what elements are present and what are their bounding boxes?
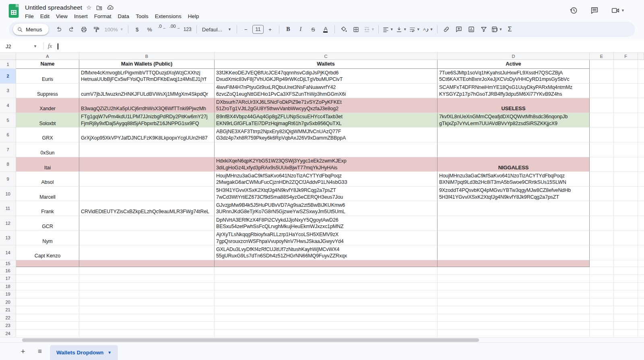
format-currency-button[interactable]: $ [131, 24, 143, 35]
fill-color-button[interactable] [338, 24, 350, 35]
row-header-13[interactable]: 13 [0, 231, 16, 246]
cell-C21[interactable] [215, 306, 438, 314]
cell-D17[interactable] [438, 275, 590, 283]
cell-D11[interactable] [438, 201, 590, 216]
borders-button[interactable] [350, 24, 362, 35]
cell-B3[interactable]: cumV7jbJLfwuzknZHNKJFULdBVWsXj1MMgXm4Skp… [79, 84, 215, 99]
column-header-C[interactable]: C [215, 53, 438, 60]
cell-A8[interactable]: Itai [16, 157, 79, 172]
menu-format[interactable]: Format [91, 12, 115, 20]
cell-E21[interactable] [590, 306, 614, 314]
cell-B2[interactable]: DfMxre4cKmvogbLrPigxmibVTTQDuzjdXojWzjCX… [79, 69, 215, 84]
row-header-18[interactable]: 18 [0, 283, 16, 291]
cell-C6[interactable]: ABGjNE3XAF3Ttrrp2NpxEry82iQigWMMJfvCnUAz… [215, 128, 438, 142]
horizontal-align-button[interactable]: ▼ [382, 24, 394, 35]
cell-B11[interactable]: CRVidEDtEUTYZisCxBZkpELzhQc9eauMLR3FWg74… [79, 201, 215, 216]
cell-B14[interactable] [79, 245, 215, 260]
cell-A6[interactable]: GRX [16, 128, 79, 142]
cell-C10[interactable]: 5H3f41YGvviXSxK2XtqfJg4N9kvfY8Jk9RCqg2a7… [215, 187, 438, 202]
cell-C17[interactable] [215, 275, 438, 283]
cell-F13[interactable] [614, 231, 638, 246]
format-percent-button[interactable]: % [144, 24, 156, 35]
cell-C5[interactable]: B9nfBX4Vbpz44GAq4Gp8gZFLUNpScsuEHYcc4Tax… [215, 113, 438, 128]
cell-B1[interactable]: Main Wallets (Public) [79, 60, 215, 69]
cell-A24[interactable] [16, 330, 79, 337]
font-size-input[interactable]: 11 [252, 25, 264, 34]
cell-D21[interactable] [438, 306, 590, 314]
comments-button[interactable] [590, 6, 599, 15]
row-header-8[interactable]: 8 [0, 157, 16, 172]
cell-F3[interactable] [614, 84, 638, 99]
formula-input-cursor[interactable] [58, 43, 58, 49]
cell-E1[interactable] [590, 60, 614, 69]
cell-B7[interactable] [79, 142, 215, 157]
cell-F12[interactable] [614, 216, 638, 231]
cell-D24[interactable] [438, 330, 590, 337]
row-header-19[interactable]: 19 [0, 290, 16, 298]
move-folder-icon[interactable] [96, 4, 103, 11]
cell-D20[interactable] [438, 298, 590, 307]
font-select[interactable]: Defaul...▼ [200, 27, 234, 33]
cell-D15[interactable] [438, 260, 590, 267]
cell-C1[interactable]: Wallets [215, 60, 438, 69]
cell-F8[interactable] [614, 157, 638, 172]
row-header-7[interactable]: 7 [0, 142, 16, 157]
cell-D14[interactable] [438, 245, 590, 260]
cell-C18[interactable] [215, 283, 438, 291]
cell-B24[interactable] [79, 330, 215, 337]
cell-E22[interactable] [590, 314, 614, 322]
row-header-1[interactable]: 1 [0, 60, 16, 69]
name-box[interactable]: J2 ▼ [6, 43, 39, 49]
cell-B19[interactable] [79, 290, 215, 298]
cell-C20[interactable] [215, 298, 438, 307]
insert-link-button[interactable] [440, 24, 452, 35]
increase-decimals-button[interactable]: .00→ [169, 24, 181, 35]
cell-E24[interactable] [590, 330, 614, 337]
cell-E19[interactable] [590, 290, 614, 298]
cell-E10[interactable] [590, 187, 614, 202]
cell-A16[interactable] [16, 267, 79, 275]
star-icon[interactable]: ☆ [86, 4, 91, 11]
cell-D12[interactable] [438, 216, 590, 231]
cell-A12[interactable]: GCR [16, 216, 79, 231]
cell-E16[interactable] [590, 267, 614, 275]
cell-B10[interactable] [79, 187, 215, 202]
sheet-tab-active[interactable]: Wallets Dropdown ▼ [50, 345, 118, 360]
row-header-24[interactable]: 24 [0, 330, 16, 337]
version-history-button[interactable] [569, 6, 578, 15]
insert-chart-button[interactable] [465, 24, 477, 35]
cell-E17[interactable] [590, 275, 614, 283]
cell-F11[interactable] [614, 201, 638, 216]
row-header-20[interactable]: 20 [0, 298, 16, 307]
cell-D4[interactable]: USELESS [438, 98, 590, 113]
cell-D23[interactable] [438, 322, 590, 330]
cell-C19[interactable] [215, 290, 438, 298]
cell-B18[interactable] [79, 283, 215, 291]
decrease-decimals-button[interactable]: .0← [156, 24, 168, 35]
cell-D22[interactable] [438, 314, 590, 322]
cell-D2[interactable]: 7Tue6SJMtp1soVq1hKyahstJuHxwFL9XsstH7QSC… [438, 69, 590, 84]
cell-A15[interactable] [16, 260, 79, 267]
menu-data[interactable]: Data [115, 12, 133, 20]
bold-button[interactable]: B [282, 24, 294, 35]
add-sheet-button[interactable]: + [16, 345, 30, 358]
cell-B15[interactable] [79, 260, 215, 267]
cell-F6[interactable] [614, 128, 638, 142]
print-button[interactable] [78, 24, 90, 35]
cell-C22[interactable] [215, 314, 438, 322]
cell-F20[interactable] [614, 298, 638, 307]
cell-D8[interactable]: NIGGALESS [438, 157, 590, 172]
row-header-22[interactable]: 22 [0, 314, 16, 322]
all-sheets-button[interactable]: ≡ [33, 345, 47, 358]
select-all-corner[interactable] [0, 53, 16, 60]
menu-file[interactable]: File [22, 12, 37, 20]
cell-F5[interactable] [614, 113, 638, 128]
cell-B23[interactable] [79, 322, 215, 330]
row-header-10[interactable]: 10 [0, 187, 16, 202]
cell-A1[interactable]: Name [16, 60, 79, 69]
cell-A3[interactable]: Suppress [16, 84, 79, 99]
cell-C16[interactable] [215, 267, 438, 275]
paint-format-button[interactable] [91, 24, 103, 35]
redo-button[interactable] [66, 24, 78, 35]
cell-D1[interactable]: Active [438, 60, 590, 69]
